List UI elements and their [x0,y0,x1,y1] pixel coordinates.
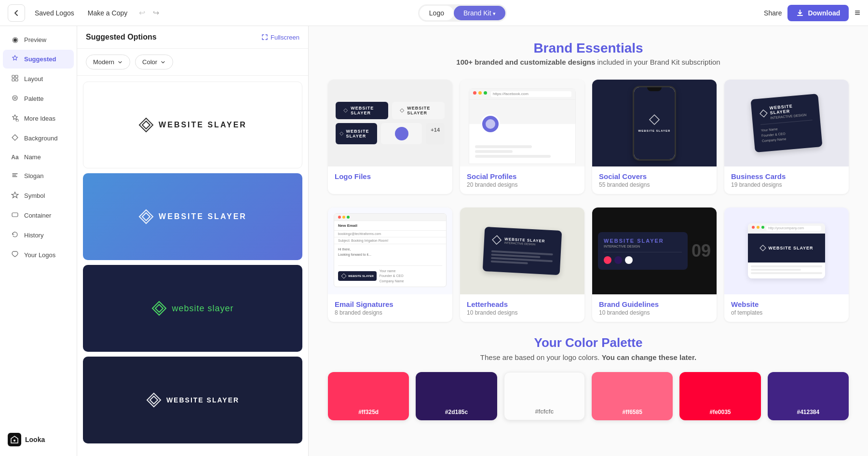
card-social-covers[interactable]: WEBSITE SLAYER Social Covers 55 branded … [592,80,717,194]
swatch-4[interactable]: #ff6585 [592,372,673,420]
svg-marker-28 [760,245,766,251]
logo-preview-3[interactable]: website slayer [83,265,302,352]
sidebar-item-palette[interactable]: Palette [3,89,74,108]
card-sub-letterheads: 10 branded designs [467,309,578,316]
swatch-2[interactable]: #2d185c [416,372,497,420]
svg-marker-26 [341,274,346,278]
swatch-3[interactable]: #fcfcfc [504,372,585,420]
swatch-6[interactable]: #412384 [768,372,849,420]
sidebar-item-symbol[interactable]: Symbol [3,186,74,205]
palette-icon [11,94,19,103]
card-img-social-profiles: https://facebook.com [460,80,584,166]
panel-header: Suggested Options Fullscreen [77,26,308,49]
sidebar-item-preview[interactable]: ◉ Preview [3,30,74,49]
social-profiles-browser: https://facebook.com [469,88,576,164]
logo-text-1: WEBSITE SLAYER [138,117,247,133]
logo-preview-2[interactable]: WEBSITE SLAYER [83,173,302,260]
card-info-brand-guidelines: Brand Guidelines 10 branded designs [592,294,717,322]
card-sub-email-signatures: 8 branded designs [335,309,446,316]
social-covers-phone: WEBSITE SLAYER [633,86,676,161]
svg-marker-18 [155,304,163,312]
tab-logo[interactable]: Logo [420,6,454,20]
swatch-5[interactable]: #fe0035 [679,372,760,420]
swatch-1[interactable]: #ff325d [328,372,409,420]
sidebar-item-history[interactable]: History [3,226,74,245]
logo-preview-1[interactable]: WEBSITE SLAYER [83,82,302,168]
card-sub-business-cards: 19 branded designs [731,181,842,188]
svg-rect-0 [12,75,14,78]
cards-row-2: New Email bookingz@techtraforms.com Subj… [328,207,849,322]
card-info-website: Website of templates [724,294,849,322]
svg-marker-6 [12,135,18,140]
card-title-business-cards: Business Cards [731,172,842,180]
svg-marker-24 [650,115,659,124]
card-sub-website: of templates [731,309,842,316]
card-img-logo-files: WEBSITE SLAYER WEBSITE SLAYER WEBSITE SL… [328,80,452,166]
svg-point-5 [14,97,16,99]
layout-icon [11,74,19,83]
sidebar-item-suggested[interactable]: Suggested [3,50,74,69]
logo-text-3: website slayer [151,301,233,316]
card-info-letterheads: Letterheads 10 branded designs [460,294,584,322]
saved-logos-button[interactable]: Saved Logos [31,7,78,19]
card-email-signatures[interactable]: New Email bookingz@techtraforms.com Subj… [328,207,452,322]
looka-label: Looka [25,436,45,443]
preview-icon: ◉ [11,35,19,44]
panel-title: Suggested Options [86,33,157,41]
topbar: Saved Logos Make a Copy ↩ ↪ Logo Brand K… [0,0,868,26]
history-icon [11,231,19,240]
card-social-profiles[interactable]: https://facebook.com [460,80,584,194]
sidebar: ◉ Preview Suggested Layout Palette Mor [0,26,77,456]
svg-rect-1 [15,75,18,78]
svg-marker-22 [400,109,404,112]
svg-marker-25 [760,110,767,117]
sidebar-item-container[interactable]: Container [3,206,74,225]
filter-color-button[interactable]: Color [135,55,173,69]
panel: Suggested Options Fullscreen Modern Colo… [77,26,309,456]
card-title-brand-guidelines: Brand Guidelines [599,300,710,308]
svg-marker-14 [142,121,150,129]
svg-rect-2 [12,79,14,81]
suggested-icon [11,55,19,64]
sidebar-item-layout[interactable]: Layout [3,69,74,88]
logo-preview-4[interactable]: WEBSITE SLAYER [83,357,302,443]
tab-brandkit[interactable]: Brand Kit ▾ [454,6,505,20]
card-title-social-profiles: Social Profiles [467,172,578,180]
svg-marker-20 [150,396,158,404]
card-img-email: New Email bookingz@techtraforms.com Subj… [328,207,452,294]
card-info-logo-files: Logo Files [328,166,452,187]
svg-marker-19 [147,393,161,407]
download-button[interactable]: Download [787,5,849,21]
sidebar-item-slogan[interactable]: Slogan [3,166,74,185]
sidebar-item-name[interactable]: Aa Name [3,149,74,166]
share-button[interactable]: Share [764,9,782,17]
sidebar-item-background[interactable]: Background [3,129,74,148]
sidebar-item-more-ideas[interactable]: More Ideas [3,109,74,128]
business-card-preview: WEBSITE SLAYER INTERACTIVE DESIGN Your N… [750,94,822,152]
looka-logo-mark [8,433,21,446]
menu-button[interactable]: ≡ [854,7,860,18]
card-business-cards[interactable]: WEBSITE SLAYER INTERACTIVE DESIGN Your N… [724,80,849,194]
back-button[interactable] [8,4,25,22]
topbar-center: Logo Brand Kit ▾ [418,4,507,22]
undo-redo-group: ↩ ↪ [137,6,161,19]
fullscreen-button[interactable]: Fullscreen [261,34,299,41]
website-browser-preview: http://yourcompany.com WEBSITE SLAYER [748,223,825,278]
card-letterheads[interactable]: WEBSITE SLAYER INTERACTIVE DESIGN [460,207,584,322]
card-title-website: Website [731,300,842,308]
logo-text-4: WEBSITE SLAYER [146,392,239,408]
svg-rect-11 [12,213,18,217]
card-website[interactable]: http://yourcompany.com WEBSITE SLAYER [724,207,849,322]
card-logo-files[interactable]: WEBSITE SLAYER WEBSITE SLAYER WEBSITE SL… [328,80,452,194]
undo-button[interactable]: ↩ [137,6,147,19]
panel-logos: WEBSITE SLAYER WEBSITE SLAYER website sl… [77,76,308,456]
card-sub-social-profiles: 20 branded designs [467,181,578,188]
background-icon [11,134,19,143]
card-title-email-signatures: Email Signatures [335,300,446,308]
redo-button[interactable]: ↪ [151,6,161,19]
sidebar-item-your-logos[interactable]: Your Logos [3,246,74,264]
card-brand-guidelines[interactable]: WEBSITE SLAYER INTERACTIVE DESIGN 09 Bra… [592,207,717,322]
main-content: Brand Essentials 100+ branded and custom… [309,26,868,456]
make-copy-button[interactable]: Make a Copy [84,7,131,19]
filter-modern-button[interactable]: Modern [86,55,130,69]
